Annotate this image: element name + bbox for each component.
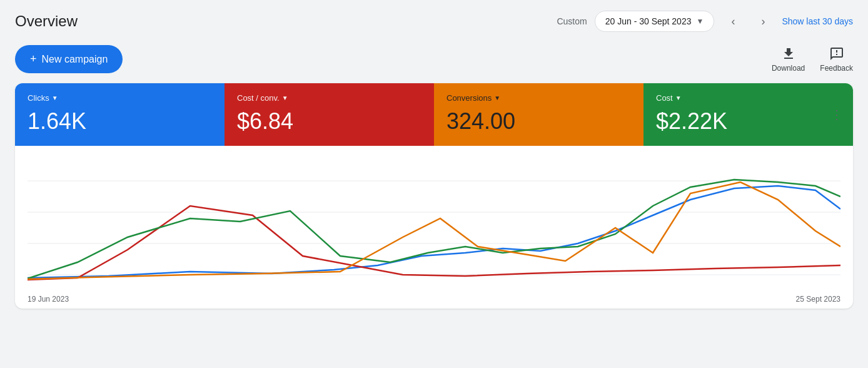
show-last-30-days-button[interactable]: Show last 30 days (782, 16, 853, 26)
metric-tile-conversions: Conversions ▼ 324.00 (434, 83, 643, 146)
download-label: Download (772, 64, 805, 73)
prev-date-button[interactable]: ‹ (722, 10, 744, 33)
metric-tile-cost-conv: Cost / conv. ▼ $6.84 (225, 83, 434, 146)
line-chart (28, 156, 840, 294)
toolbar-actions: Download Feedback (772, 46, 853, 73)
conversions-dropdown-icon[interactable]: ▼ (494, 95, 500, 101)
clicks-dropdown-icon[interactable]: ▼ (52, 95, 58, 101)
clicks-label: Clicks ▼ (28, 93, 212, 103)
main-card: Clicks ▼ 1.64K Cost / conv. ▼ $6.84 Conv… (15, 83, 853, 309)
date-range-picker[interactable]: 20 Jun - 30 Sept 2023 ▼ (595, 11, 715, 32)
plus-icon: + (30, 53, 37, 66)
download-button[interactable]: Download (772, 46, 805, 73)
cost-conv-line (28, 206, 840, 280)
chevron-down-icon: ▼ (696, 17, 704, 26)
cost-label: Cost ▼ (656, 93, 840, 103)
date-range-value: 20 Jun - 30 Sept 2023 (605, 16, 692, 26)
feedback-icon (829, 46, 844, 61)
cost-dropdown-icon[interactable]: ▼ (675, 95, 682, 101)
chart-end-date: 25 Sept 2023 (796, 295, 840, 304)
metrics-bar: Clicks ▼ 1.64K Cost / conv. ▼ $6.84 Conv… (15, 83, 853, 146)
new-campaign-label: New campaign (42, 54, 108, 65)
chart-start-date: 19 Jun 2023 (28, 295, 69, 304)
feedback-label: Feedback (820, 64, 853, 73)
cost-conv-label: Cost / conv. ▼ (237, 93, 421, 103)
cost-conv-value: $6.84 (237, 110, 421, 133)
more-options-button[interactable]: ⋮ (828, 105, 845, 125)
conversions-value: 324.00 (447, 110, 631, 133)
conversions-line (28, 180, 840, 279)
cost-conv-dropdown-icon[interactable]: ▼ (282, 95, 288, 101)
download-icon (781, 46, 796, 61)
toolbar: + New campaign Download Feedback (0, 40, 868, 83)
page-header: Overview Custom 20 Jun - 30 Sept 2023 ▼ … (0, 0, 868, 40)
next-date-button[interactable]: › (752, 10, 774, 33)
conversions-label: Conversions ▼ (447, 93, 631, 103)
chart-area: 19 Jun 2023 25 Sept 2023 (15, 146, 853, 309)
clicks-value: 1.64K (28, 110, 212, 133)
page-title: Overview (15, 13, 78, 30)
custom-label: Custom (557, 16, 587, 26)
header-controls: Custom 20 Jun - 30 Sept 2023 ▼ ‹ › Show … (557, 10, 853, 33)
new-campaign-button[interactable]: + New campaign (15, 45, 123, 73)
metric-tile-clicks: Clicks ▼ 1.64K (15, 83, 225, 146)
cost-value: $2.22K (656, 110, 840, 133)
feedback-button[interactable]: Feedback (820, 46, 853, 73)
clicks-line (28, 186, 840, 278)
metric-tile-cost: Cost ▼ $2.22K ⋮ (643, 83, 853, 146)
